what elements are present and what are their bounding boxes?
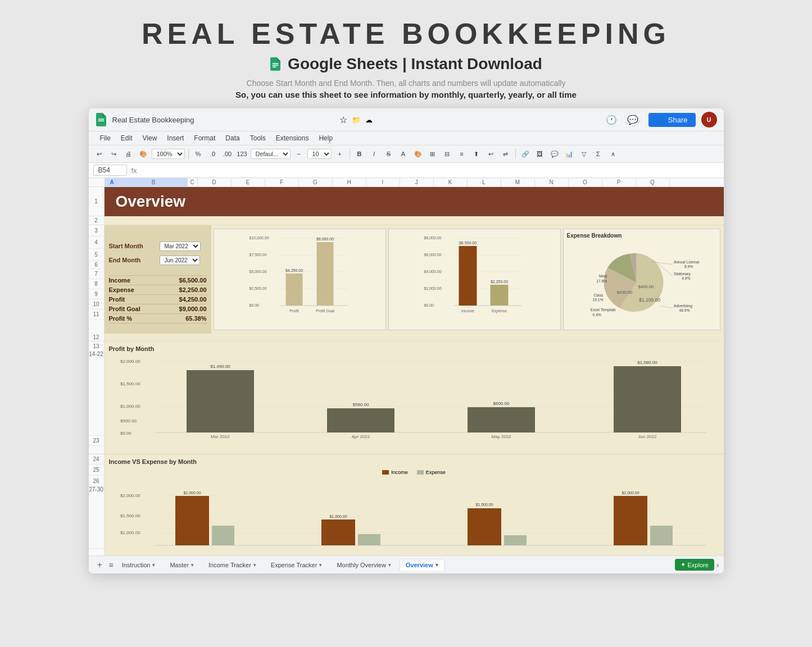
row-2: 2 xyxy=(89,216,105,225)
tab-menu-button[interactable]: ≡ xyxy=(109,561,114,569)
chart-button[interactable]: 📊 xyxy=(563,148,575,160)
wrap-button[interactable]: ↩ xyxy=(485,148,497,160)
tab-overview[interactable]: Overview ▾ xyxy=(400,559,444,571)
income-expense-month-section: 24 25 26 27-30 Income VS Expense by Mont… xyxy=(89,454,724,555)
expand-button[interactable]: ∧ xyxy=(607,148,619,160)
menu-insert[interactable]: Insert xyxy=(162,133,188,144)
sheets-logo-small xyxy=(96,113,107,126)
menu-file[interactable]: File xyxy=(96,133,115,144)
merge-button[interactable]: ⊟ xyxy=(441,148,453,160)
toolbar: ↩ ↪ 🖨 🎨 100% % .0 .00 123 Defaul... − 10… xyxy=(89,145,724,163)
menu-edit[interactable]: Edit xyxy=(116,133,137,144)
image-button[interactable]: 🖼 xyxy=(534,148,546,160)
stat-profit-goal: Profit Goal $9,000.00 xyxy=(109,304,207,314)
svg-text:$2,000.00: $2,000.00 xyxy=(622,491,639,495)
svg-text:Apr 2022: Apr 2022 xyxy=(351,434,370,439)
minus-button[interactable]: − xyxy=(293,148,305,160)
cell-reference[interactable]: B54 xyxy=(93,165,127,176)
row-numbers: 3 4 5 6 7 8 9 10 11 xyxy=(89,225,105,334)
menu-extensions[interactable]: Extensions xyxy=(271,133,314,144)
tab-instruction[interactable]: Instruction ▾ xyxy=(116,559,162,571)
history-icon[interactable]: 🕐 xyxy=(606,115,617,125)
percent-button[interactable]: % xyxy=(192,148,205,160)
align-button[interactable]: ≡ xyxy=(456,148,468,160)
svg-text:$1,490.00: $1,490.00 xyxy=(210,364,230,369)
comment-icon[interactable]: 💬 xyxy=(627,115,638,125)
svg-rect-95 xyxy=(650,526,673,545)
svg-text:$400.00: $400.00 xyxy=(638,284,653,289)
svg-text:$5,000.00: $5,000.00 xyxy=(249,270,266,274)
top-bar: Real Estate Bookkeeping ☆ 📁 ☁ 🕐 💬 👤 Shar… xyxy=(89,108,724,131)
filter-button[interactable]: ▽ xyxy=(578,148,590,160)
menu-tools[interactable]: Tools xyxy=(246,133,270,144)
svg-text:$580.00: $580.00 xyxy=(352,402,369,407)
cloud-icon[interactable]: ☁ xyxy=(365,116,373,124)
link-button[interactable]: 🔗 xyxy=(519,148,532,160)
share-button[interactable]: 👤 Share xyxy=(648,113,696,127)
valign-button[interactable]: ⬆ xyxy=(470,148,483,160)
tab-master-label: Master xyxy=(170,562,189,568)
tab-monthly-overview-label: Monthly Overview xyxy=(337,562,385,568)
income-legend-color xyxy=(382,470,389,475)
paint-format-button[interactable]: 🎨 xyxy=(137,148,149,160)
divider-3 xyxy=(515,149,516,159)
format-button-2[interactable]: .00 xyxy=(221,148,234,160)
income-expense-month-chart-svg: $2,000.00 $1,500.00 $1,000.00 $2,000.00 xyxy=(109,489,719,551)
tab-expense-tracker[interactable]: Expense Tracker ▾ xyxy=(265,559,329,571)
font-select[interactable]: Defaul... xyxy=(251,149,291,159)
chart-legend: Income Expense xyxy=(109,467,719,478)
svg-text:$4,250.00: $4,250.00 xyxy=(285,268,302,272)
svg-rect-89 xyxy=(358,534,380,545)
bold-button[interactable]: B xyxy=(353,148,366,160)
start-month-label: Start Month xyxy=(109,243,160,249)
svg-rect-65 xyxy=(187,370,254,432)
format-123[interactable]: 123 xyxy=(236,148,248,160)
overview-title: Overview xyxy=(116,193,186,211)
print-button[interactable]: 🖨 xyxy=(123,148,135,160)
explore-button[interactable]: ✦ Explore xyxy=(675,559,714,571)
fx-icon: fx xyxy=(131,166,137,175)
svg-text:Profit Goal: Profit Goal xyxy=(315,309,334,313)
redo-button[interactable]: ↪ xyxy=(108,148,120,160)
tab-master[interactable]: Master ▾ xyxy=(164,559,200,571)
doc-title: Real Estate Bookkeeping xyxy=(112,116,334,124)
svg-rect-33 xyxy=(490,285,508,306)
zoom-select[interactable]: 100% xyxy=(152,149,185,159)
nav-right-arrow[interactable]: › xyxy=(716,561,719,569)
expense-legend-color xyxy=(417,470,424,475)
menu-view[interactable]: View xyxy=(138,133,162,144)
text-color-button[interactable]: A xyxy=(397,148,410,160)
svg-rect-86 xyxy=(212,526,234,545)
undo-button[interactable]: ↩ xyxy=(93,148,106,160)
svg-text:8.9%: 8.9% xyxy=(684,265,693,268)
italic-button[interactable]: I xyxy=(368,148,380,160)
tab-monthly-overview[interactable]: Monthly Overview ▾ xyxy=(330,559,397,571)
comment-button[interactable]: 💬 xyxy=(548,148,561,160)
start-month-select[interactable]: Mar 2022 xyxy=(160,242,201,251)
svg-rect-87 xyxy=(321,520,355,545)
end-month-select[interactable]: Jun 2022 xyxy=(160,256,200,265)
tab-income-tracker[interactable]: Income Tracker ▾ xyxy=(202,559,262,571)
fill-color-button[interactable]: 🎨 xyxy=(412,148,424,160)
svg-text:19.1%: 19.1% xyxy=(592,298,603,302)
format-button[interactable]: .0 xyxy=(207,148,219,160)
star-icon[interactable]: ☆ xyxy=(339,115,347,125)
rtl-button[interactable]: ⇌ xyxy=(500,148,512,160)
add-tab-button[interactable]: + xyxy=(93,558,107,572)
menu-help[interactable]: Help xyxy=(314,133,337,144)
folder-icon[interactable]: 📁 xyxy=(352,116,361,124)
menu-format[interactable]: Format xyxy=(189,133,220,144)
borders-button[interactable]: ⊞ xyxy=(427,148,439,160)
svg-rect-4 xyxy=(98,121,104,122)
svg-rect-71 xyxy=(468,407,535,432)
svg-text:$6,000.00: $6,000.00 xyxy=(424,253,441,257)
sum-button[interactable]: Σ xyxy=(592,148,605,160)
svg-rect-68 xyxy=(327,408,394,432)
svg-text:48.9%: 48.9% xyxy=(679,308,689,312)
plus-button[interactable]: + xyxy=(334,148,346,160)
strikethrough-button[interactable]: S xyxy=(383,148,395,160)
font-size-select[interactable]: 10 xyxy=(307,149,332,159)
svg-text:$1,000.00: $1,000.00 xyxy=(120,530,140,535)
menu-data[interactable]: Data xyxy=(221,133,244,144)
svg-text:$10,000.00: $10,000.00 xyxy=(249,236,269,240)
